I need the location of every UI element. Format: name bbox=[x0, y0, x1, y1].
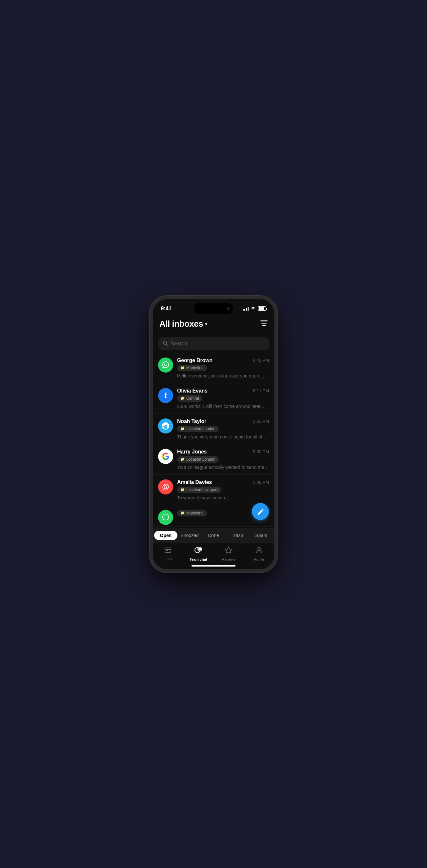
status-time: 9:41 bbox=[161, 305, 172, 312]
facebook-icon: f bbox=[165, 391, 167, 400]
header-title: All inboxes bbox=[160, 319, 203, 329]
compose-fab[interactable] bbox=[252, 503, 269, 520]
profile-icon bbox=[255, 546, 263, 556]
nav-item-profile[interactable]: Profile bbox=[244, 546, 275, 561]
contact-name: Noah Taylor bbox=[177, 418, 206, 424]
conversation-header: Harry Jones 5:30 PM bbox=[177, 449, 269, 455]
conversation-item[interactable]: f Olivia Evans 6:11 PM 📁 Central 235€ wo… bbox=[153, 383, 274, 414]
teamchat-icon bbox=[195, 546, 202, 556]
svg-point-7 bbox=[198, 548, 201, 551]
contact-name: Harry Jones bbox=[177, 449, 207, 455]
conversation-tag: 📁 Location London bbox=[177, 456, 219, 463]
conversation-item[interactable]: Noah Taylor 5:55 PM 📁 Location London Th… bbox=[153, 414, 274, 444]
filter-tab-spam[interactable]: Spam bbox=[250, 531, 273, 540]
nav-item-reviews[interactable]: Reviews bbox=[214, 546, 244, 561]
nav-label-inbox: Inbox bbox=[164, 557, 172, 561]
phone-screen: 9:41 All in bbox=[153, 299, 274, 569]
conversation-tag: 📁 Marketing bbox=[177, 365, 207, 371]
conversations-list: George Brown 6:43 PM 📁 Marketing Hello e… bbox=[153, 353, 274, 528]
signal-bar-4 bbox=[248, 307, 249, 311]
avatar-email: @ bbox=[158, 479, 173, 494]
search-bar[interactable]: Search bbox=[158, 337, 269, 350]
conversation-header: Amelia Davies 5:08 PM bbox=[177, 479, 269, 485]
avatar-telegram bbox=[158, 418, 173, 434]
tag-row: 📁 Marketing bbox=[177, 365, 269, 371]
conversation-tag-partial: 📁 Marketing bbox=[177, 510, 207, 517]
app-header: All inboxes ▾ bbox=[153, 316, 274, 333]
folder-icon: 📁 bbox=[180, 396, 185, 400]
chevron-down-icon: ▾ bbox=[205, 321, 207, 327]
folder-icon: 📁 bbox=[180, 427, 185, 431]
message-preview: Your colleague actually wanted to send m… bbox=[177, 465, 269, 470]
svg-point-9 bbox=[258, 548, 260, 550]
conversation-content: Olivia Evans 6:11 PM 📁 Central 235€ work… bbox=[177, 388, 269, 409]
search-icon bbox=[163, 340, 168, 347]
folder-icon: 📁 bbox=[180, 488, 185, 492]
conversation-tag: 📁 Location London bbox=[177, 426, 219, 432]
conversation-item[interactable]: @ Amelia Davies 5:08 PM 📁 Location Liver… bbox=[153, 475, 274, 505]
nav-item-teamchat[interactable]: Team chat bbox=[183, 546, 214, 561]
message-time: 5:08 PM bbox=[253, 480, 269, 485]
island-camera bbox=[227, 307, 230, 310]
tag-row: 📁 Central bbox=[177, 395, 269, 402]
nav-label-teamchat: Team chat bbox=[190, 557, 207, 561]
tag-row: 📁 Location Liverpool bbox=[177, 487, 269, 493]
avatar-facebook: f bbox=[158, 388, 173, 403]
svg-rect-0 bbox=[260, 320, 267, 321]
signal-bars bbox=[243, 307, 249, 311]
folder-icon: 📁 bbox=[180, 366, 185, 370]
conversation-header: Noah Taylor 5:55 PM bbox=[177, 418, 269, 424]
message-preview: Hello everyone, until when are you open … bbox=[177, 373, 269, 378]
nav-label-reviews: Reviews bbox=[222, 557, 235, 561]
message-time: 6:43 PM bbox=[253, 358, 269, 363]
home-indicator bbox=[192, 565, 235, 566]
message-preview: Thank you very much once again for all o… bbox=[177, 434, 269, 439]
conversation-content: Amelia Davies 5:08 PM 📁 Location Liverpo… bbox=[177, 479, 269, 500]
search-placeholder: Search bbox=[171, 341, 187, 347]
conversation-header: Olivia Evans 6:11 PM bbox=[177, 388, 269, 394]
inbox-icon bbox=[164, 546, 172, 555]
signal-bar-1 bbox=[243, 309, 244, 311]
battery-fill bbox=[259, 307, 264, 310]
filter-icon[interactable] bbox=[260, 320, 267, 328]
conversation-item[interactable]: George Brown 6:43 PM 📁 Marketing Hello e… bbox=[153, 353, 274, 383]
svg-line-4 bbox=[166, 344, 168, 345]
conversation-tag: 📁 Central bbox=[177, 395, 202, 402]
signal-bar-3 bbox=[246, 308, 247, 311]
folder-icon: 📁 bbox=[180, 511, 185, 515]
svg-rect-1 bbox=[261, 323, 267, 324]
filter-tab-snoozed[interactable]: Snoozed bbox=[178, 531, 201, 540]
filter-tab-trash[interactable]: Trash bbox=[226, 531, 249, 540]
wifi-icon bbox=[251, 306, 256, 311]
email-icon: @ bbox=[162, 483, 169, 491]
dynamic-island bbox=[194, 303, 233, 314]
status-icons bbox=[243, 306, 266, 311]
title-container[interactable]: All inboxes ▾ bbox=[160, 319, 207, 329]
tag-row: 📁 Location London bbox=[177, 456, 269, 463]
message-time: 5:30 PM bbox=[253, 449, 269, 454]
filter-tab-done[interactable]: Done bbox=[202, 531, 225, 540]
nav-item-inbox[interactable]: Inbox bbox=[153, 546, 183, 561]
conversation-content: Noah Taylor 5:55 PM 📁 Location London Th… bbox=[177, 418, 269, 439]
contact-name: Olivia Evans bbox=[177, 388, 207, 394]
conversation-item[interactable]: Harry Jones 5:30 PM 📁 Location London Yo… bbox=[153, 444, 274, 475]
signal-bar-2 bbox=[244, 309, 245, 311]
conversation-content: George Brown 6:43 PM 📁 Marketing Hello e… bbox=[177, 358, 269, 378]
message-preview: To whom it may concern, bbox=[177, 495, 269, 500]
filter-tabs: Open Snoozed Done Trash Spam bbox=[153, 528, 274, 542]
conversation-header: George Brown 6:43 PM bbox=[177, 358, 269, 363]
message-time: 6:11 PM bbox=[253, 388, 269, 393]
filter-tab-open[interactable]: Open bbox=[154, 531, 177, 540]
conversation-content: Harry Jones 5:30 PM 📁 Location London Yo… bbox=[177, 449, 269, 470]
message-time: 5:55 PM bbox=[253, 419, 269, 424]
avatar-whatsapp-partial bbox=[158, 510, 173, 525]
contact-name: Amelia Davies bbox=[177, 479, 212, 485]
avatar-google bbox=[158, 449, 173, 464]
contact-name: George Brown bbox=[177, 358, 212, 363]
phone-frame: 9:41 All in bbox=[149, 296, 278, 572]
reviews-icon bbox=[225, 546, 232, 556]
avatar-whatsapp bbox=[158, 358, 173, 373]
tag-row: 📁 Location London bbox=[177, 426, 269, 432]
message-preview: 235€ works! I will then come around late… bbox=[177, 404, 269, 409]
search-container: Search bbox=[153, 333, 274, 353]
